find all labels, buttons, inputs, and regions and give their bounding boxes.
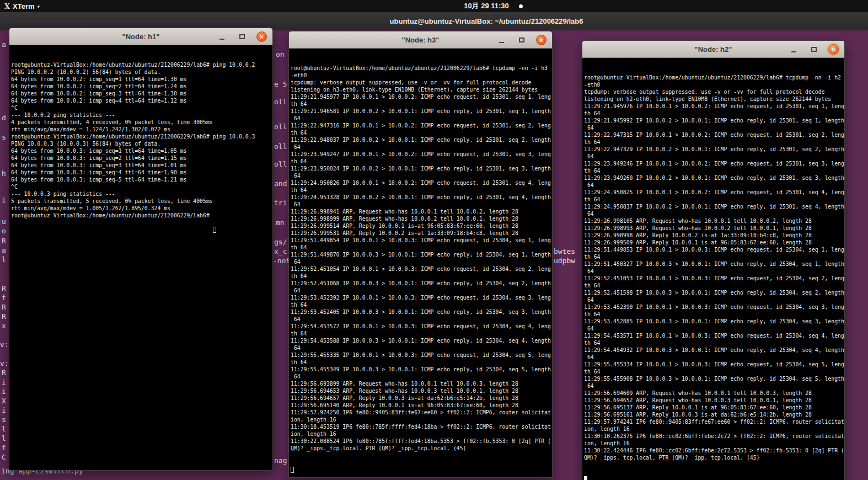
maximize-button[interactable]: [516, 35, 527, 45]
window-titlebar[interactable]: "Node: h1" ×: [9, 28, 272, 45]
terminal-line: --- 10.0.0.3 ping statistics ---: [11, 190, 272, 198]
background-terminal-text-fragment: u: [2, 217, 6, 226]
maximize-button[interactable]: [808, 44, 819, 55]
terminal-line: listening on h3-eth0, link-type EN10MB (…: [291, 86, 552, 93]
background-terminal-text-fragment: X: [2, 396, 6, 406]
terminal-line: 64 bytes from 10.0.0.2: icmp_seq=1 ttl=6…: [11, 76, 272, 83]
minimize-button[interactable]: [217, 31, 227, 42]
maximize-button[interactable]: [237, 31, 247, 42]
terminal-line: 11:29:51.449854 IP 10.0.0.1 > 10.0.0.3: …: [291, 237, 552, 244]
terminal-screen[interactable]: root@ubuntuz-VirtualBox:/home/ubuntuz/ub…: [289, 49, 552, 477]
terminal-line: 11:29:55.455349 IP 10.0.0.3 > 10.0.0.1: …: [291, 366, 552, 373]
terminal-line: -eth0: [584, 81, 844, 88]
terminal-line: th 64: [584, 138, 844, 146]
close-icon: ×: [539, 37, 543, 44]
terminal-line: 11:29:26.998998 ARP, Reply 10.0.0.2 is-a…: [584, 232, 844, 239]
window-title: "Node: h2": [695, 45, 732, 54]
terminal-line: 11:29:56.694609 ARP, Request who-has 10.…: [584, 390, 844, 397]
close-button[interactable]: ×: [536, 35, 546, 45]
terminal-line: rtt min/avg/max/mdev = 1.124/1.242/1.302…: [11, 126, 272, 133]
terminal-line: --- 10.0.0.2 ping statistics ---: [11, 111, 272, 119]
top-bar: X XTerm ▾ 10月 29 11:30: [0, 0, 868, 12]
window-titlebar[interactable]: "Node: h2" ×: [582, 41, 844, 58]
terminal-line: th 64: [584, 339, 844, 346]
window-controls: ×: [789, 41, 839, 58]
background-terminal-text-fragment: R: [2, 284, 6, 293]
terminal-screen[interactable]: root@ubuntuz-VirtualBox:/home/ubuntuz/ub…: [582, 58, 844, 480]
terminal-line: 64: [584, 382, 844, 390]
terminal-line: 11:29:24.950825 IP 10.0.0.1 > 10.0.0.2: …: [584, 189, 844, 196]
terminal-line: 11:29:26.999531 ARP, Reply 10.0.0.2 is-a…: [291, 230, 552, 237]
background-window-title: ubuntuz@ubuntuz-VirtualBox: ~/ubuntuz/21…: [390, 17, 583, 25]
terminal-line: QM)? _ipps._tcp.local. PTR (QM)? _ipp._t…: [291, 445, 552, 452]
minimize-button[interactable]: [496, 35, 507, 45]
window-titlebar[interactable]: "Node: h3" ×: [289, 31, 552, 49]
xterm-window-h2: "Node: h2" × root@ubuntuz-VirtualBox:/ho…: [582, 40, 845, 480]
terminal-line: th 64: [291, 301, 552, 308]
terminal-line: 11:29:51.449853 IP 10.0.0.1 > 10.0.0.3: …: [584, 246, 844, 253]
background-terminal-text-fragment: oll: [274, 97, 287, 106]
close-button[interactable]: ×: [256, 31, 267, 42]
terminal-line: tcpdump: verbose output suppressed, use …: [584, 88, 844, 95]
close-button[interactable]: ×: [828, 44, 839, 55]
terminal-line: th 64: [584, 311, 844, 318]
terminal-line: 11:29:21.946581 IP 10.0.0.2 > 10.0.0.1: …: [291, 108, 552, 115]
terminal-line: 11:29:54.454932 IP 10.0.0.3 > 10.0.0.1: …: [584, 346, 844, 354]
background-terminal-text-fragment: on: [276, 50, 285, 59]
terminal-line: 11:29:53.452885 IP 10.0.0.3 > 10.0.0.1: …: [584, 318, 844, 325]
terminal-line: th 64: [584, 167, 844, 174]
terminal-line: 11:29:22.947329 IP 10.0.0.2 > 10.0.0.1: …: [584, 146, 844, 153]
background-terminal-text-fragment: i: [2, 195, 6, 205]
background-terminal-text-fragment: gs/: [274, 237, 287, 247]
terminal-line: th 64: [291, 129, 552, 136]
background-terminal-text-fragment: l: [2, 424, 6, 434]
terminal-line: 11:29:55.455908 IP 10.0.0.3 > 10.0.0.1: …: [584, 375, 844, 382]
terminal-line: 11:29:26.998993 ARP, Request who-has 10.…: [584, 225, 844, 232]
terminal-line: 11:29:56.694653 ARP, Request who-has 10.…: [291, 387, 552, 394]
close-icon: ×: [832, 46, 835, 53]
terminal-line: tcpdump: verbose output suppressed, use …: [291, 79, 552, 86]
terminal-line: -eth0: [291, 72, 552, 79]
background-terminal-text-fragment: s: [2, 415, 6, 424]
terminal-line: 64: [584, 210, 844, 217]
terminal-line: 11:29:54.453571 IP 10.0.0.1 > 10.0.0.3: …: [584, 332, 844, 339]
window-controls: ×: [496, 31, 546, 49]
terminal-line: 11:30:22.424446 IP6 fe80::cc02:6bff:febe…: [584, 447, 844, 454]
terminal-line: 64: [584, 153, 844, 160]
background-terminal-text-fragment: i: [2, 387, 6, 396]
terminal-line: 11:29:56.695140 ARP, Reply 10.0.0.1 is-a…: [291, 402, 552, 409]
background-terminal-text-fragment: d: [2, 113, 6, 122]
terminal-line: 64: [291, 344, 552, 351]
terminal-cursor: [584, 476, 587, 480]
terminal-line: 64: [291, 373, 552, 380]
terminal-line: 4 packets transmitted, 4 received, 0% pa…: [11, 119, 272, 126]
background-terminal-text-fragment: v:: [0, 340, 9, 349]
background-terminal-text-fragment: R: [2, 368, 6, 377]
clock[interactable]: 10月 29 11:30: [0, 0, 868, 12]
terminal-line: 11:29:56.693899 ARP, Request who-has 10.…: [291, 380, 552, 387]
terminal-line: th 64: [584, 368, 844, 375]
terminal-line: ion, length 16: [584, 425, 844, 433]
terminal-line: 64: [291, 316, 552, 323]
terminal-line: th 64: [291, 330, 552, 337]
terminal-line: 11:29:56.695137 ARP, Reply 10.0.0.1 is-a…: [584, 404, 844, 411]
minimize-button[interactable]: [789, 44, 799, 55]
terminal-line: th 64: [291, 100, 552, 108]
terminal-line: 11:29:54.453572 IP 10.0.0.1 > 10.0.0.3: …: [291, 323, 552, 330]
terminal-line: 11:29:57.974241 IP6 fe80::9405:83ff:fe67…: [584, 418, 844, 425]
background-terminal-text-fragment: C: [2, 452, 6, 462]
terminal-line: 11:30:18.453519 IP6 fe80::785f:ffff:fed4…: [291, 423, 552, 430]
terminal-screen[interactable]: root@ubuntuz-VirtualBox:/home/ubuntuz/ub…: [9, 45, 272, 470]
terminal-line: 64: [291, 143, 552, 151]
terminal-line: ion, length 16: [584, 440, 844, 447]
background-terminal-text-fragment: e 5: [274, 79, 287, 89]
terminal-line: th 64: [291, 158, 552, 165]
terminal-line: 11:29:24.951328 IP 10.0.0.2 > 10.0.0.1: …: [291, 194, 552, 201]
maximize-icon: [519, 38, 524, 42]
background-terminal-text-fragment: l: [2, 255, 6, 264]
terminal-line: 11:29:52.451053 IP 10.0.0.1 > 10.0.0.3: …: [584, 275, 844, 282]
status-dot-icon: [519, 4, 523, 8]
terminal-line: root@ubuntuz-VirtualBox:/home/ubuntuz/ub…: [584, 74, 844, 81]
background-terminal-text-fragment: l: [2, 434, 6, 443]
terminal-line: 11:29:24.950826 IP 10.0.0.1 > 10.0.0.2: …: [291, 179, 552, 186]
